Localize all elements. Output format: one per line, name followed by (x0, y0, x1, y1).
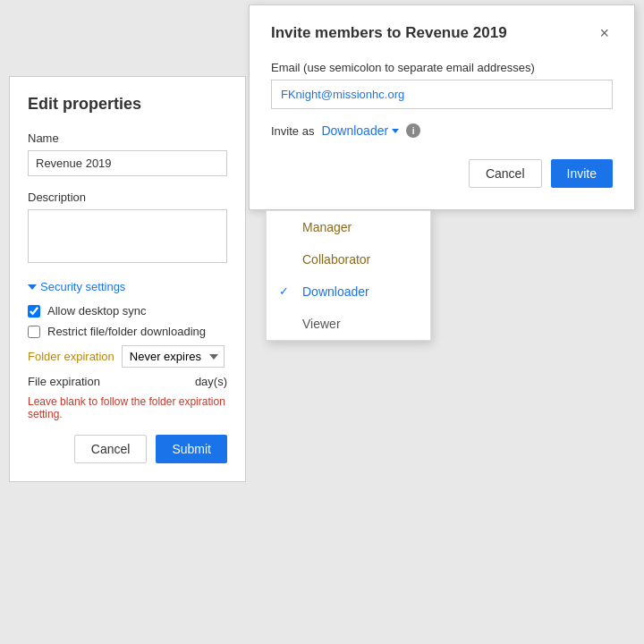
allow-desktop-sync-checkbox[interactable] (28, 305, 40, 318)
role-option-collaborator[interactable]: Collaborator (267, 243, 430, 275)
edit-properties-buttons: Cancel Submit (28, 435, 227, 463)
file-expiration-unit: day(s) (195, 375, 227, 388)
viewer-label: Viewer (302, 317, 341, 331)
edit-cancel-button[interactable]: Cancel (74, 435, 148, 463)
role-option-downloader[interactable]: Downloader (267, 275, 430, 308)
name-input[interactable] (28, 150, 227, 176)
name-label: Name (28, 131, 227, 145)
restrict-downloading-row: Restrict file/folder downloading (28, 325, 227, 338)
modal-footer: Cancel Invite (271, 159, 613, 188)
allow-desktop-sync-label: Allow desktop sync (47, 304, 147, 318)
security-settings-toggle[interactable]: Security settings (28, 280, 227, 293)
role-dropdown-button[interactable]: Downloader (321, 123, 399, 138)
name-group: Name (28, 131, 227, 176)
file-expiration-row: File expiration day(s) (28, 375, 227, 388)
allow-desktop-sync-row: Allow desktop sync (28, 304, 227, 318)
invite-as-row: Invite as Downloader i (271, 123, 613, 138)
collaborator-label: Collaborator (302, 252, 370, 267)
selected-role-label: Downloader (321, 123, 388, 138)
invite-as-label: Invite as (271, 124, 314, 138)
folder-expiration-row: Folder expiration Never expires (28, 345, 227, 368)
email-label: Email (use semicolon to separate email a… (271, 61, 613, 74)
downloader-label: Downloader (302, 284, 369, 299)
email-input[interactable] (271, 80, 613, 109)
security-settings-section: Security settings Allow desktop sync Res… (28, 280, 227, 420)
role-dropdown-menu: Manager Collaborator Downloader Viewer (266, 210, 431, 341)
role-option-manager[interactable]: Manager (267, 211, 430, 243)
restrict-downloading-checkbox[interactable] (28, 326, 40, 338)
manager-label: Manager (302, 220, 352, 234)
triangle-icon (28, 284, 37, 290)
edit-properties-panel: Edit properties Name Description Securit… (9, 76, 246, 482)
file-expiration-label: File expiration (28, 375, 100, 388)
folder-expiration-label: Folder expiration (28, 350, 114, 363)
role-option-viewer[interactable]: Viewer (267, 308, 430, 340)
submit-button[interactable]: Submit (156, 435, 227, 463)
edit-properties-title: Edit properties (28, 95, 227, 114)
modal-title: Invite members to Revenue 2019 (271, 24, 507, 42)
modal-header: Invite members to Revenue 2019 × (271, 23, 613, 43)
description-input[interactable] (28, 209, 227, 263)
description-group: Description (28, 191, 227, 266)
close-modal-button[interactable]: × (596, 23, 613, 43)
invite-modal: Invite members to Revenue 2019 × Email (… (249, 4, 635, 210)
caret-down-icon (392, 129, 399, 133)
restrict-downloading-label: Restrict file/folder downloading (47, 325, 206, 338)
invite-button[interactable]: Invite (551, 159, 613, 188)
info-icon[interactable]: i (406, 123, 420, 138)
security-settings-label: Security settings (40, 280, 125, 293)
folder-expiration-select[interactable]: Never expires (122, 345, 225, 368)
invite-cancel-button[interactable]: Cancel (469, 159, 542, 188)
file-expiration-hint: Leave blank to follow the folder expirat… (28, 395, 227, 420)
description-label: Description (28, 191, 227, 204)
